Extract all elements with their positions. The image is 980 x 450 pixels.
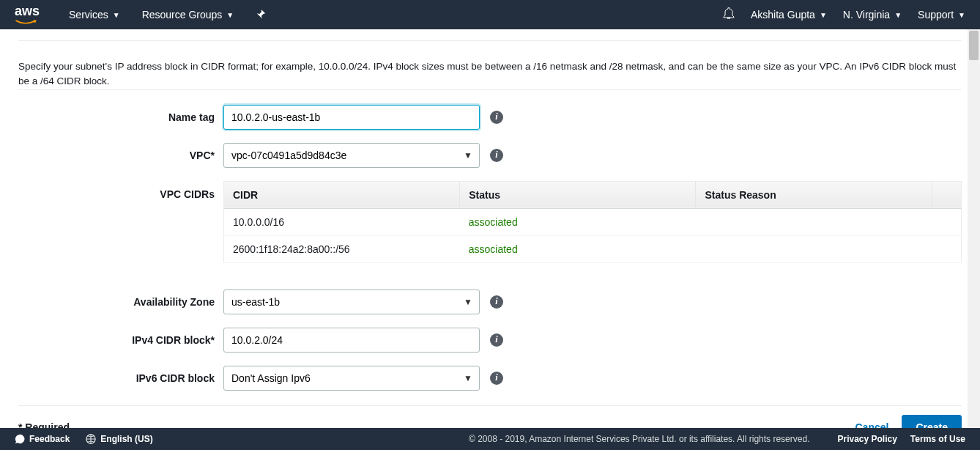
required-note: * Required	[18, 421, 70, 429]
table-row: 2600:1f18:24a2:8a00::/56 associated	[224, 235, 962, 262]
col-cidr: CIDR	[224, 181, 460, 208]
vpc-select[interactable]: vpc-07c0491a5d9d84c3e	[223, 143, 480, 168]
aws-logo[interactable]: aws	[15, 4, 40, 26]
name-tag-row: Name tag i	[18, 105, 962, 130]
region-label: N. Virginia	[843, 9, 890, 21]
feedback-label: Feedback	[29, 434, 70, 444]
top-nav: aws Services ▼ Resource Groups ▼ Akshita…	[0, 0, 980, 29]
resource-groups-menu[interactable]: Resource Groups ▼	[142, 9, 234, 21]
col-status: Status	[460, 181, 696, 208]
vpc-cidrs-row: VPC CIDRs CIDR Status Status Reason 10.0…	[18, 181, 962, 263]
pin-icon[interactable]	[256, 9, 266, 21]
privacy-link[interactable]: Privacy Policy	[837, 434, 897, 444]
info-icon[interactable]: i	[490, 295, 503, 309]
name-tag-input[interactable]	[223, 105, 480, 130]
az-select[interactable]: us-east-1b	[223, 289, 480, 314]
reason-cell	[696, 235, 932, 262]
aws-smile-icon	[15, 19, 37, 26]
info-icon[interactable]: i	[490, 111, 503, 124]
chevron-down-icon: ▼	[894, 11, 902, 19]
copyright-text: © 2008 - 2019, Amazon Internet Services …	[469, 434, 810, 444]
az-row: Availability Zone us-east-1b ▼ i	[18, 289, 962, 314]
ipv6-select[interactable]: Don't Assign Ipv6	[223, 366, 480, 391]
notifications-icon[interactable]	[723, 7, 735, 22]
az-value: us-east-1b	[231, 296, 280, 308]
vpc-cidrs-label: VPC CIDRs	[18, 181, 223, 200]
info-icon[interactable]: i	[490, 333, 503, 347]
actions-row: * Required Cancel Create	[18, 406, 962, 429]
info-icon[interactable]: i	[490, 149, 503, 162]
resource-groups-label: Resource Groups	[142, 9, 223, 21]
chat-icon	[15, 434, 25, 444]
scroll-thumb[interactable]	[969, 31, 979, 60]
chevron-down-icon: ▼	[113, 11, 120, 19]
ipv6-value: Don't Assign Ipv6	[231, 372, 311, 384]
language-label: English (US)	[100, 434, 152, 444]
az-label: Availability Zone	[18, 296, 223, 308]
scrollbar[interactable]	[968, 29, 980, 428]
reason-cell	[696, 208, 932, 235]
info-icon[interactable]: i	[490, 372, 503, 385]
user-menu[interactable]: Akshita Gupta ▼	[751, 9, 827, 21]
vpc-value: vpc-07c0491a5d9d84c3e	[231, 150, 346, 161]
ipv4-input[interactable]	[223, 328, 480, 353]
chevron-down-icon: ▼	[958, 11, 965, 19]
terms-link[interactable]: Terms of Use	[910, 434, 965, 444]
globe-icon	[86, 434, 96, 444]
divider	[18, 40, 962, 41]
create-button[interactable]: Create	[902, 415, 962, 429]
services-menu[interactable]: Services ▼	[69, 9, 120, 21]
table-row: 10.0.0.0/16 associated	[224, 208, 962, 235]
name-tag-label: Name tag	[18, 111, 223, 123]
services-label: Services	[69, 9, 108, 21]
description-text: Specify your subnet's IP address block i…	[18, 59, 962, 90]
main-content: Specify your subnet's IP address block i…	[0, 29, 980, 428]
vpc-cidrs-table: CIDR Status Status Reason 10.0.0.0/16 as…	[223, 181, 962, 263]
vpc-row: VPC* vpc-07c0491a5d9d84c3e ▼ i	[18, 143, 962, 168]
chevron-down-icon: ▼	[226, 11, 234, 19]
cidr-cell: 2600:1f18:24a2:8a00::/56	[224, 235, 460, 262]
status-cell: associated	[460, 208, 696, 235]
feedback-link[interactable]: Feedback	[15, 434, 70, 444]
ipv4-row: IPv4 CIDR block* i	[18, 328, 962, 353]
user-label: Akshita Gupta	[751, 9, 815, 21]
support-menu[interactable]: Support ▼	[918, 9, 965, 21]
ipv4-label: IPv4 CIDR block*	[18, 334, 223, 346]
col-spacer	[932, 181, 961, 208]
col-reason: Status Reason	[696, 181, 932, 208]
language-selector[interactable]: English (US)	[86, 434, 152, 444]
ipv6-label: IPv6 CIDR block	[18, 372, 223, 384]
footer: Feedback English (US) © 2008 - 2019, Ama…	[0, 428, 980, 450]
cidr-cell: 10.0.0.0/16	[224, 208, 460, 235]
status-cell: associated	[460, 235, 696, 262]
cancel-button[interactable]: Cancel	[855, 421, 888, 429]
support-label: Support	[918, 9, 954, 21]
aws-logo-text: aws	[15, 4, 40, 18]
chevron-down-icon: ▼	[820, 11, 827, 19]
region-menu[interactable]: N. Virginia ▼	[843, 9, 902, 21]
vpc-label: VPC*	[18, 150, 223, 161]
ipv6-row: IPv6 CIDR block Don't Assign Ipv6 ▼ i	[18, 366, 962, 391]
